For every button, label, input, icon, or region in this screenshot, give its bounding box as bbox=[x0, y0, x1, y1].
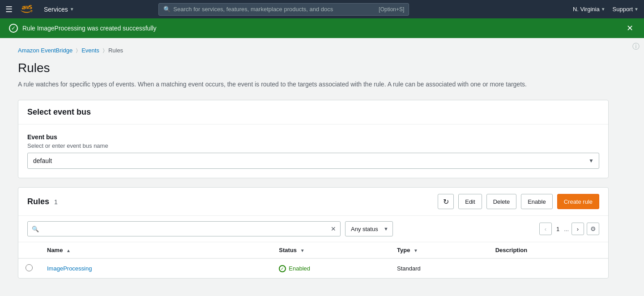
breadcrumb: Amazon EventBridge 〉 Events 〉 Rules bbox=[18, 47, 609, 54]
banner-message: Rule ImageProcessing was created success… bbox=[22, 25, 620, 32]
pagination-next-button[interactable]: › bbox=[571, 223, 584, 235]
event-bus-select[interactable]: default bbox=[27, 153, 599, 169]
table-search-wrapper: 🔍 ✕ bbox=[27, 221, 341, 236]
region-label: N. Virginia bbox=[573, 6, 600, 13]
support-chevron-icon: ▼ bbox=[634, 7, 639, 12]
edit-button[interactable]: Edit bbox=[458, 194, 482, 209]
breadcrumb-current: Rules bbox=[108, 47, 123, 54]
info-icon[interactable]: ⓘ bbox=[628, 37, 644, 56]
refresh-icon: ↻ bbox=[443, 197, 449, 206]
gear-icon: ⚙ bbox=[590, 225, 596, 232]
row-name-cell: ImageProcessing bbox=[40, 258, 272, 278]
services-menu[interactable]: Services ▼ bbox=[44, 6, 74, 13]
rules-table-head: Name ▲ Status ▼ Type ▼ Description bbox=[18, 242, 608, 258]
rules-title-text: Rules bbox=[27, 197, 49, 206]
support-label: Support bbox=[613, 6, 633, 13]
rules-table-title: Rules 1 bbox=[27, 197, 433, 206]
rules-table-header: Rules 1 ↻ Edit Delete Enable Create rule bbox=[18, 188, 608, 216]
col-header-description: Description bbox=[488, 242, 608, 258]
table-toolbar: 🔍 ✕ Any status Enabled Disabled ▼ ‹ 1 ..… bbox=[18, 216, 608, 242]
services-label: Services bbox=[44, 6, 68, 13]
breadcrumb-eventbridge[interactable]: Amazon EventBridge bbox=[18, 47, 73, 54]
nav-right-items: N. Virginia ▼ Support ▼ bbox=[573, 6, 639, 13]
aws-logo[interactable] bbox=[20, 4, 37, 15]
banner-close-button[interactable]: ✕ bbox=[625, 22, 635, 34]
rules-count: 1 bbox=[54, 198, 58, 206]
table-settings-button[interactable]: ⚙ bbox=[587, 223, 599, 235]
col-header-status[interactable]: Status ▼ bbox=[272, 242, 390, 258]
col-header-name[interactable]: Name ▲ bbox=[40, 242, 272, 258]
delete-button[interactable]: Delete bbox=[486, 194, 517, 209]
row-type-text: Standard bbox=[397, 265, 421, 272]
create-rule-button[interactable]: Create rule bbox=[557, 194, 599, 209]
global-search-bar[interactable]: 🔍 [Option+S] bbox=[158, 3, 409, 16]
row-type-cell: Standard bbox=[390, 258, 488, 278]
pagination-prev-button[interactable]: ‹ bbox=[539, 223, 552, 235]
search-shortcut: [Option+S] bbox=[379, 6, 404, 13]
name-sort-icon: ▲ bbox=[66, 248, 71, 253]
support-menu[interactable]: Support ▼ bbox=[613, 6, 639, 13]
event-bus-label: Event bus bbox=[27, 133, 599, 141]
rule-name-link[interactable]: ImageProcessing bbox=[47, 265, 92, 272]
rules-table-header-row: Name ▲ Status ▼ Type ▼ Description bbox=[18, 242, 608, 258]
top-navigation: ☰ Services ▼ 🔍 [Option+S] N. Virginia ▼ … bbox=[0, 0, 644, 18]
col-header-type[interactable]: Type ▼ bbox=[390, 242, 488, 258]
breadcrumb-sep-2: 〉 bbox=[103, 47, 105, 53]
row-radio-cell[interactable] bbox=[18, 258, 40, 278]
event-bus-sublabel: Select or enter event bus name bbox=[27, 142, 599, 149]
region-selector[interactable]: N. Virginia ▼ bbox=[573, 6, 606, 13]
page-description: A rule watches for specific types of eve… bbox=[18, 80, 609, 89]
region-chevron-icon: ▼ bbox=[601, 7, 606, 12]
row-radio-input[interactable] bbox=[26, 264, 33, 271]
event-bus-select-wrapper: default ▼ bbox=[27, 153, 599, 169]
event-bus-card-header: Select event bus bbox=[18, 100, 608, 124]
breadcrumb-sep-1: 〉 bbox=[76, 47, 78, 53]
services-chevron-icon: ▼ bbox=[70, 7, 74, 12]
row-description-cell bbox=[488, 258, 608, 278]
page-title: Rules bbox=[18, 61, 609, 75]
rules-table: Name ▲ Status ▼ Type ▼ Description bbox=[18, 242, 608, 278]
breadcrumb-events[interactable]: Events bbox=[81, 47, 99, 54]
status-enabled-icon: ✓ bbox=[279, 265, 286, 272]
pagination-current: 1 bbox=[554, 226, 561, 232]
row-status-cell: ✓ Enabled bbox=[272, 258, 390, 278]
status-filter-wrapper: Any status Enabled Disabled ▼ bbox=[345, 221, 393, 236]
table-search-icon: 🔍 bbox=[32, 226, 39, 232]
type-sort-icon: ▼ bbox=[414, 248, 418, 253]
clear-search-button[interactable]: ✕ bbox=[331, 226, 336, 232]
rules-table-card: Rules 1 ↻ Edit Delete Enable Create rule… bbox=[18, 187, 609, 279]
table-search-input[interactable] bbox=[27, 221, 341, 236]
event-bus-title: Select event bus bbox=[27, 107, 599, 117]
event-bus-card: Select event bus Event bus Select or ent… bbox=[18, 100, 609, 178]
pagination: ‹ 1 ... › ⚙ bbox=[539, 223, 599, 235]
rules-table-body: ImageProcessing ✓ Enabled Standard bbox=[18, 258, 608, 278]
hamburger-menu[interactable]: ☰ bbox=[5, 4, 13, 14]
main-content: Amazon EventBridge 〉 Events 〉 Rules Rule… bbox=[0, 38, 627, 296]
status-badge: ✓ Enabled bbox=[279, 265, 383, 272]
event-bus-card-body: Event bus Select or enter event bus name… bbox=[18, 124, 608, 178]
pagination-dots: ... bbox=[564, 226, 569, 232]
success-check-icon: ✓ bbox=[9, 24, 18, 33]
col-header-radio bbox=[18, 242, 40, 258]
enable-button[interactable]: Enable bbox=[521, 194, 552, 209]
refresh-button[interactable]: ↻ bbox=[438, 194, 454, 209]
status-filter[interactable]: Any status Enabled Disabled bbox=[345, 221, 393, 236]
status-sort-icon: ▼ bbox=[300, 248, 305, 253]
success-banner: ✓ Rule ImageProcessing was created succe… bbox=[0, 18, 644, 38]
search-icon: 🔍 bbox=[163, 6, 171, 13]
table-row: ImageProcessing ✓ Enabled Standard bbox=[18, 258, 608, 278]
search-input[interactable] bbox=[173, 6, 379, 13]
